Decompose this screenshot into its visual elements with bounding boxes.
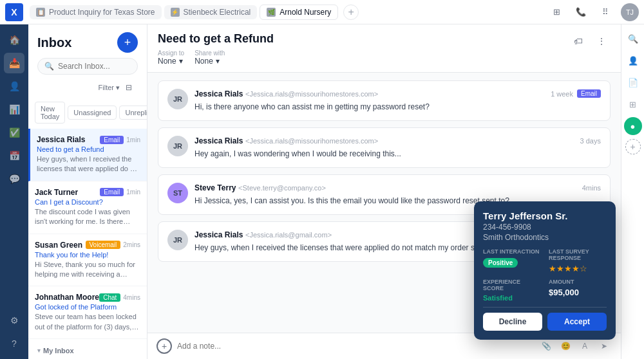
popup-amount-label: AMOUNT xyxy=(549,279,607,285)
note-send-icon[interactable]: ➤ xyxy=(596,338,612,354)
msg-header-2: Steve Terry <Steve.terry@company.co> 4mi… xyxy=(194,183,601,192)
tab-arnold[interactable]: 🌿 Arnold Nursery xyxy=(260,5,338,20)
msg-email-3: <Jessica.rials@gmail.com> xyxy=(245,231,332,239)
msg-sender-2: Steve Terry xyxy=(194,183,236,192)
tab-product-inquiry[interactable]: 📋 Product Inquiry for Texas Store xyxy=(30,5,162,19)
nav-icon-reports[interactable]: 📊 xyxy=(4,99,24,120)
note-attach-icon[interactable]: 📎 xyxy=(538,338,554,354)
conv-time-2: 2mins xyxy=(123,241,140,248)
tab-new-today[interactable]: New Today xyxy=(35,102,65,124)
msg-sender-3: Jessica Rials xyxy=(194,230,243,239)
share-group: Share with None ▾ xyxy=(194,50,225,66)
assign-value: None xyxy=(158,57,176,66)
conv-name-3: Johnathan Moore xyxy=(35,293,99,302)
nav-icon-calendar[interactable]: 📅 xyxy=(4,145,24,166)
share-value: None xyxy=(194,57,213,66)
right-grid-icon[interactable]: ⊞ xyxy=(624,95,642,113)
grid-icon[interactable]: ⊞ xyxy=(547,3,565,21)
tab-unassigned[interactable]: Unassigned xyxy=(68,106,117,120)
nav-icon-home[interactable]: 🏠 xyxy=(4,30,24,50)
popup-survey-label: LAST SURVEY RESPONSE xyxy=(549,248,607,261)
assign-chevron: ▾ xyxy=(179,57,183,66)
conv-item-jessica-rials[interactable]: Jessica Rials Email 1min Need to get a R… xyxy=(28,129,147,181)
popup-phone: 234-456-9908 xyxy=(483,223,607,232)
decline-button[interactable]: Decline xyxy=(483,313,542,331)
msg-time-1: 3 days xyxy=(580,137,601,145)
phone-icon[interactable]: 📞 xyxy=(572,3,590,21)
nav-icon-contacts[interactable]: 👤 xyxy=(4,76,24,97)
conv-badge-2: Voicemail xyxy=(86,241,121,249)
conv-badge-3: Chat xyxy=(99,293,120,302)
popup-company: Smith Orthodontics xyxy=(483,233,607,242)
filter-button[interactable]: Filter ▾ xyxy=(99,84,120,92)
msg-header-1: Jessica Rials <Jessica.rials@missourihom… xyxy=(194,136,601,145)
right-person-icon[interactable]: 👤 xyxy=(624,51,642,69)
conv-subject-2: Thank you for the Help! xyxy=(35,251,140,259)
conversation-tabs: New Today Unassigned Unreplied › xyxy=(28,102,147,129)
tab-icon-stienbeck: ⚡ xyxy=(171,8,180,17)
popup-card: Terry Jefferson Sr. 234-456-9908 Smith O… xyxy=(474,201,616,340)
right-add-icon[interactable]: + xyxy=(625,139,641,154)
compose-button[interactable]: + xyxy=(117,32,138,53)
sidebar: Inbox + 🔍 Filter ▾ ⊟ New Today Unassigne… xyxy=(28,24,147,359)
nav-icon-tasks[interactable]: ✅ xyxy=(4,122,24,143)
conv-preview-0: Hey guys, when I received the licenses t… xyxy=(37,154,140,174)
share-select[interactable]: None ▾ xyxy=(194,57,225,66)
search-input[interactable] xyxy=(58,62,131,71)
conv-item-jack-turner[interactable]: Jack Turner Email 1min Can I get a Disco… xyxy=(28,181,147,234)
msg-avatar-0: JR xyxy=(167,89,188,109)
nav-icon-inbox[interactable]: 📥 xyxy=(4,53,24,73)
sort-icon[interactable]: ⊟ xyxy=(120,78,138,97)
right-doc-icon[interactable]: 📄 xyxy=(624,73,642,91)
conv-preview-2: Hi Steve, thank you so much for helping … xyxy=(35,260,140,280)
tab-label-arnold: Arnold Nursery xyxy=(279,8,331,17)
note-format-icon[interactable]: A xyxy=(577,338,592,354)
popup-interaction-label: LAST INTERACTION xyxy=(483,248,541,255)
note-input[interactable] xyxy=(177,342,533,351)
share-chevron: ▾ xyxy=(216,57,220,66)
accept-button[interactable]: Accept xyxy=(547,313,607,331)
conv-preview-1: The discount code I was given isn't work… xyxy=(35,207,140,227)
conv-name-2: Susan Green xyxy=(35,241,82,250)
popup-divider xyxy=(483,307,607,308)
nav-icon-chat[interactable]: 💬 xyxy=(4,169,24,189)
popup-col-experience: EXPERIENCE SCORE Satisfied xyxy=(483,279,541,302)
message-1: JR Jessica Rials <Jessica.rials@missouri… xyxy=(158,127,611,168)
popup-interaction-badge: Positive xyxy=(483,258,518,268)
msg-time-0: 1 week xyxy=(551,90,573,98)
right-search-icon[interactable]: 🔍 xyxy=(624,30,642,48)
conv-item-susan-green[interactable]: Susan Green Voicemail 2mins Thank you fo… xyxy=(28,234,147,287)
note-add-button[interactable]: + xyxy=(156,338,172,354)
popup-row-1: LAST INTERACTION Positive LAST SURVEY RE… xyxy=(483,248,607,273)
my-inbox-label: ▾ My Inbox xyxy=(28,344,147,356)
more-icon[interactable]: ⋮ xyxy=(592,32,611,50)
popup-amount-value: $95,000 xyxy=(549,288,607,297)
share-label: Share with xyxy=(194,50,225,57)
popup-col-amount: AMOUNT $95,000 xyxy=(549,279,607,302)
msg-meta-1: 3 days xyxy=(580,137,601,145)
assign-select[interactable]: None ▾ xyxy=(158,57,184,66)
note-emoji-icon[interactable]: 😊 xyxy=(558,338,573,354)
msg-meta-2: 4mins xyxy=(582,184,601,192)
msg-body-0: Jessica Rials <Jessica.rials@missourihom… xyxy=(194,89,601,113)
nav-icon-settings-bottom[interactable]: ⚙ xyxy=(4,310,24,331)
right-active-icon[interactable]: ● xyxy=(624,117,642,135)
search-icon: 🔍 xyxy=(44,62,54,71)
tab-unreplied[interactable]: Unreplied xyxy=(119,106,147,120)
apps-icon[interactable]: ⠿ xyxy=(596,3,614,21)
msg-badge-0: Email xyxy=(577,89,601,98)
nav-icon-help[interactable]: ? xyxy=(4,333,24,354)
tag-icon[interactable]: 🏷 xyxy=(569,32,587,50)
conv-time-0: 1min xyxy=(126,136,140,143)
content-title: Need to get a Refund xyxy=(158,32,274,46)
add-tab-button[interactable]: + xyxy=(343,5,359,20)
left-nav: 🏠 📥 👤 📊 ✅ 📅 💬 ⚙ ? xyxy=(0,24,28,359)
msg-avatar-1: JR xyxy=(167,136,188,156)
conv-item-johnathan-moore[interactable]: Johnathan Moore Chat 4mins Got locked of… xyxy=(28,286,147,339)
user-avatar[interactable]: TJ xyxy=(621,3,639,21)
sidebar-header: Inbox + 🔍 Filter ▾ ⊟ xyxy=(28,24,147,102)
tab-stienbeck[interactable]: ⚡ Stienbeck Electrical xyxy=(164,5,258,19)
msg-sender-1: Jessica Rials xyxy=(194,136,243,145)
search-bar[interactable]: 🔍 xyxy=(37,58,138,75)
popup-name: Terry Jefferson Sr. xyxy=(483,210,607,221)
